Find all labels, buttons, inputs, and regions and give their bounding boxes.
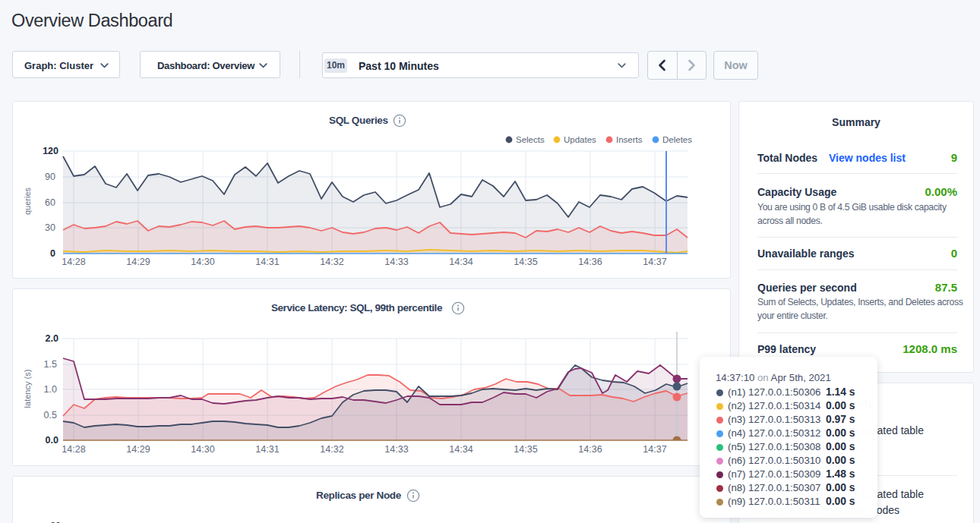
svg-text:14:31: 14:31 (255, 257, 279, 267)
svg-text:14:29: 14:29 (126, 257, 150, 267)
svg-text:14:36: 14:36 (578, 444, 602, 455)
svg-text:14:37: 14:37 (643, 257, 666, 267)
svg-text:120: 120 (43, 146, 58, 156)
svg-text:14:28: 14:28 (62, 257, 85, 267)
svg-text:14:30: 14:30 (191, 257, 214, 267)
svg-text:0.5: 0.5 (44, 410, 57, 421)
svg-text:14:37: 14:37 (643, 444, 666, 455)
svg-text:14:35: 14:35 (514, 444, 537, 455)
svg-text:30: 30 (45, 222, 55, 233)
svg-text:14:30: 14:30 (191, 444, 214, 455)
svg-text:90: 90 (45, 172, 55, 182)
svg-text:14:32: 14:32 (320, 257, 343, 267)
svg-text:1.0: 1.0 (44, 384, 57, 395)
svg-text:Inserts: Inserts (616, 135, 643, 144)
svg-text:Selects: Selects (516, 135, 545, 144)
svg-text:14:28: 14:28 (62, 444, 85, 455)
svg-text:2.0: 2.0 (46, 333, 58, 344)
svg-text:Updates: Updates (564, 135, 596, 144)
svg-text:0: 0 (50, 248, 55, 259)
svg-text:queries: queries (23, 187, 32, 215)
svg-text:14:36: 14:36 (578, 257, 602, 267)
svg-text:14:34: 14:34 (449, 444, 473, 455)
svg-text:latency (s): latency (s) (23, 370, 32, 408)
svg-text:14:35: 14:35 (514, 257, 537, 267)
svg-text:14:31: 14:31 (255, 444, 279, 455)
svg-text:1.5: 1.5 (44, 359, 57, 370)
svg-text:14:32: 14:32 (320, 444, 343, 455)
svg-text:14:33: 14:33 (384, 257, 408, 267)
svg-text:14:29: 14:29 (126, 444, 150, 455)
svg-text:0.0: 0.0 (46, 435, 58, 446)
svg-text:Deletes: Deletes (662, 135, 692, 144)
svg-text:14:33: 14:33 (384, 444, 408, 455)
svg-text:14:34: 14:34 (449, 257, 473, 267)
svg-text:60: 60 (45, 197, 55, 208)
